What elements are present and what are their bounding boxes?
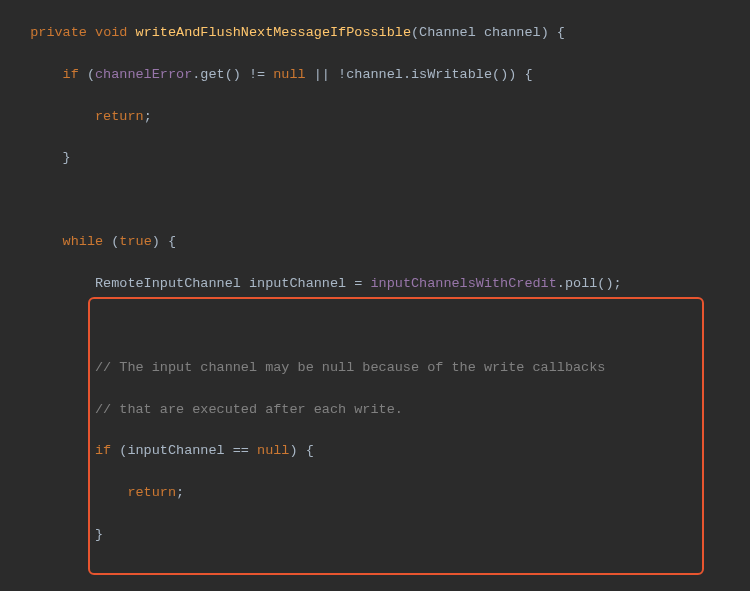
code-line: if (inputChannel == null) {: [0, 441, 750, 462]
variable: channel: [346, 67, 403, 82]
code-line: // that are executed after each write.: [0, 400, 750, 421]
keyword: true: [119, 234, 151, 249]
code-line: }: [0, 525, 750, 546]
code-line: return;: [0, 483, 750, 504]
keyword: while: [63, 234, 104, 249]
code-line: return;: [0, 107, 750, 128]
code-line: RemoteInputChannel inputChannel = inputC…: [0, 274, 750, 295]
comment: // The input channel may be null because…: [95, 360, 605, 375]
method-call: isWritable: [411, 67, 492, 82]
type: RemoteInputChannel: [95, 276, 241, 291]
variable: inputChannel: [249, 276, 346, 291]
keyword: if: [95, 443, 111, 458]
param-name: channel: [484, 25, 541, 40]
keyword: return: [95, 109, 144, 124]
keyword: null: [257, 443, 289, 458]
code-line: while (true) {: [0, 232, 750, 253]
code-line: [0, 190, 750, 211]
param-type: Channel: [419, 25, 476, 40]
code-line: }: [0, 148, 750, 169]
field: channelError: [95, 67, 192, 82]
code-line: [0, 316, 750, 337]
field: inputChannelsWithCredit: [370, 276, 556, 291]
method-name: writeAndFlushNextMessageIfPossible: [136, 25, 411, 40]
code-editor[interactable]: private void writeAndFlushNextMessageIfP…: [0, 0, 750, 591]
variable: inputChannel: [127, 443, 224, 458]
keyword: return: [127, 485, 176, 500]
keyword: void: [95, 25, 127, 40]
code-line: if (channelError.get() != null || !chann…: [0, 65, 750, 86]
keyword: if: [63, 67, 79, 82]
code-line: // The input channel may be null because…: [0, 358, 750, 379]
comment: // that are executed after each write.: [95, 402, 403, 417]
method-call: poll: [565, 276, 597, 291]
keyword: private: [30, 25, 87, 40]
method-call: get: [200, 67, 224, 82]
keyword: null: [273, 67, 305, 82]
code-line: [0, 567, 750, 588]
code-line: private void writeAndFlushNextMessageIfP…: [0, 23, 750, 44]
